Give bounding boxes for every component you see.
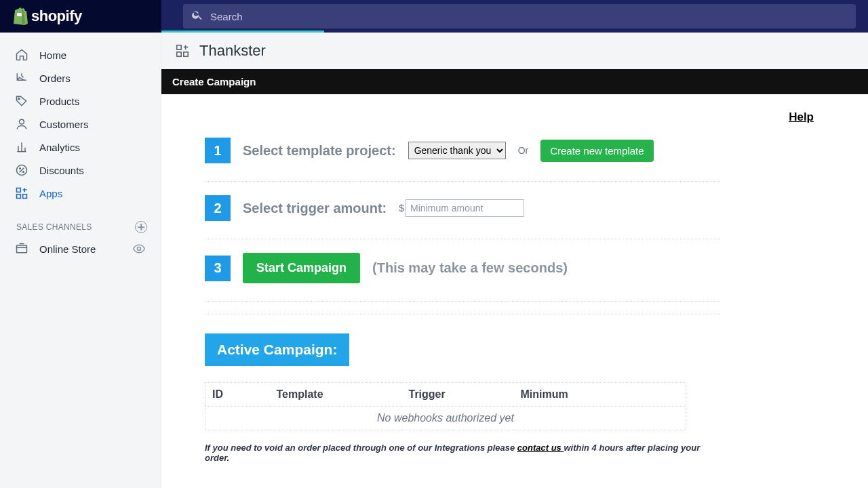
empty-message: No webhooks authorized yet [205,407,686,430]
tag-icon [15,94,28,108]
shopify-logo: shopify [12,7,82,25]
search-icon [191,9,203,24]
step-number: 3 [205,256,231,281]
sidebar-item-label: Orders [39,73,71,84]
table-empty-row: No webhooks authorized yet [205,407,686,430]
sidebar-item-label: Home [39,49,66,61]
help-row: Help [195,108,834,124]
main: Thankster Create Campaign Help 1 Select … [161,33,868,488]
sidebar-item-label: Apps [39,188,62,199]
store-icon [15,242,28,256]
steps: 1 Select template project: Generic thank… [205,124,720,463]
apps-icon [175,43,190,58]
sidebar-item-label: Discounts [39,165,84,176]
svg-rect-13 [177,52,181,56]
sidebar-item-apps[interactable]: Apps [0,182,161,205]
col-trigger: Trigger [402,383,514,407]
sales-channels-header: SALES CHANNELS [0,205,161,237]
chart-icon [15,140,28,154]
active-campaign-heading: Active Campaign: [205,333,349,366]
help-link[interactable]: Help [789,110,814,123]
section-bar-title: Create Campaign [172,76,256,87]
sidebar-item-analytics[interactable]: Analytics [0,136,161,159]
section-bar: Create Campaign [161,69,868,94]
active-campaign-table: ID Template Trigger Minimum No webhooks … [205,382,686,430]
svg-point-10 [138,247,141,251]
svg-point-1 [18,98,20,100]
footnote: If you need to void an order placed thro… [205,443,720,463]
minimum-amount-input[interactable] [406,199,524,217]
step-number: 1 [205,138,231,163]
svg-rect-9 [17,245,27,253]
col-minimum: Minimum [514,383,686,407]
app-title: Thankster [199,42,266,60]
brand-name: shopify [31,7,82,25]
svg-point-5 [23,171,24,173]
search-box[interactable] [183,4,856,28]
apps-icon [15,186,28,200]
step-3-note: (This may take a few seconds) [372,260,568,276]
svg-rect-0 [17,13,22,16]
sidebar-item-label: Analytics [39,142,80,153]
topbar-brand: shopify [0,0,161,33]
footnote-pre: If you need to void an order placed thro… [205,443,517,453]
sidebar-channel-online-store[interactable]: Online Store [0,237,161,260]
channel-label: Online Store [39,243,96,255]
start-campaign-button[interactable]: Start Campaign [243,253,360,283]
eye-icon[interactable] [132,242,146,256]
step-2: 2 Select trigger amount: $ [205,182,720,239]
search-wrap [161,0,868,33]
table-header-row: ID Template Trigger Minimum [205,383,686,407]
col-id: ID [205,383,270,407]
contact-us-link[interactable]: contact us [517,443,564,453]
svg-rect-8 [17,195,21,199]
add-channel-icon[interactable] [135,221,147,233]
person-icon [15,117,28,131]
sidebar-item-label: Customers [39,119,89,130]
page-header: Thankster [161,33,868,69]
sidebar-item-products[interactable]: Products [0,89,161,113]
discount-icon [15,163,28,177]
sidebar-item-label: Products [39,96,79,107]
sidebar-item-customers[interactable]: Customers [0,113,161,136]
svg-rect-12 [184,52,188,56]
step-1: 1 Select template project: Generic thank… [205,124,720,182]
step-number: 2 [205,195,231,221]
divider [205,314,720,314]
svg-rect-11 [177,45,181,49]
shopify-bag-icon [12,7,28,25]
currency-symbol: $ [399,203,404,214]
loading-bar [161,30,324,33]
svg-rect-6 [17,188,21,192]
home-icon [15,48,28,62]
svg-point-2 [20,119,24,124]
orders-icon [15,71,28,85]
col-template: Template [270,383,402,407]
svg-point-4 [20,168,21,169]
template-select[interactable]: Generic thank you [408,142,506,159]
step-1-label: Select template project: [243,143,396,159]
create-template-button[interactable]: Create new template [540,140,653,162]
sidebar-item-orders[interactable]: Orders [0,66,161,89]
step-2-label: Select trigger amount: [243,201,387,216]
svg-rect-7 [23,195,27,199]
or-text: Or [518,145,529,156]
step-3: 3 Start Campaign (This may take a few se… [205,239,720,302]
search-input[interactable] [210,11,848,22]
sidebar-item-home[interactable]: Home [0,43,161,66]
sidebar-item-discounts[interactable]: Discounts [0,159,161,182]
section-label: SALES CHANNELS [16,222,92,232]
panel: Help 1 Select template project: Generic … [161,94,868,488]
sidebar: Home Orders Products Customers Analytics… [0,33,161,488]
topbar: shopify [0,0,868,33]
amount-wrap: $ [399,199,524,217]
